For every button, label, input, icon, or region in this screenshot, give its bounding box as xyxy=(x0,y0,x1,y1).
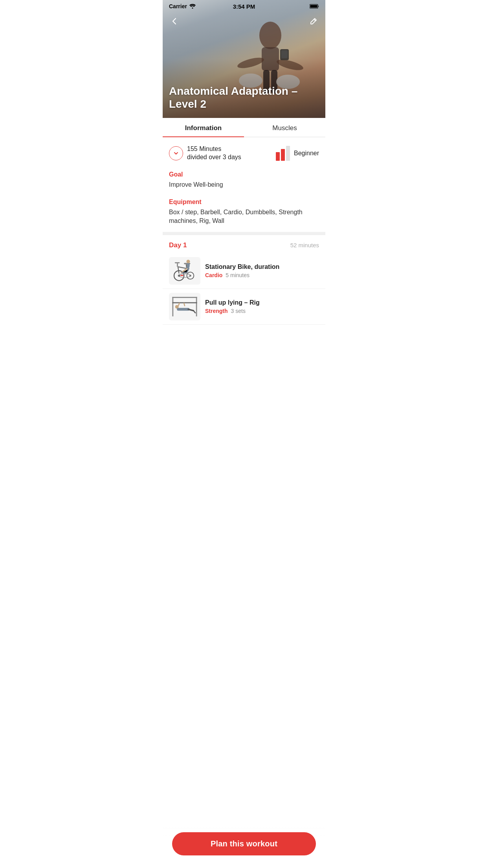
back-button[interactable] xyxy=(167,14,182,28)
level-bar-3 xyxy=(286,146,290,161)
stationary-bike-icon xyxy=(171,259,199,283)
carrier-label: Carrier xyxy=(169,3,187,9)
level-bars xyxy=(276,146,290,161)
status-time: 3:54 PM xyxy=(233,3,255,10)
level-label: Beginner xyxy=(294,150,319,157)
status-right xyxy=(310,4,319,9)
svg-rect-15 xyxy=(175,262,180,263)
exercise-duration-bike: 5 minutes xyxy=(226,272,250,278)
chevron-down-icon[interactable] xyxy=(169,146,183,160)
stats-row: 155 Minutes divided over 3 days Beginner xyxy=(163,137,325,168)
exercise-item-bike[interactable]: Stationary Bike, duration Cardio 5 minut… xyxy=(163,253,325,289)
svg-line-17 xyxy=(178,267,187,268)
equipment-value: Box / step, Barbell, Cardio, Dumbbells, … xyxy=(169,208,319,226)
exercise-item-pullup[interactable]: Pull up lying – Rig Strength 3 sets xyxy=(163,289,325,325)
svg-rect-27 xyxy=(172,297,174,316)
svg-rect-28 xyxy=(172,297,197,298)
exercise-category-bike: Cardio xyxy=(205,272,222,278)
duration-section: 155 Minutes divided over 3 days xyxy=(169,145,271,162)
svg-line-36 xyxy=(194,311,196,313)
goal-label: Goal xyxy=(169,171,319,178)
exercise-duration-pullup: 3 sets xyxy=(231,308,246,314)
svg-rect-16 xyxy=(177,263,178,267)
level-bar-2 xyxy=(281,149,285,161)
svg-line-31 xyxy=(178,303,180,305)
duration-text: 155 Minutes divided over 3 days xyxy=(187,145,241,162)
wifi-icon xyxy=(189,4,196,9)
hero-title: Anatomical Adaptation – Level 2 xyxy=(169,85,319,111)
svg-line-32 xyxy=(184,303,185,305)
day1-duration: 52 minutes xyxy=(290,242,319,248)
day1-title: Day 1 xyxy=(169,241,187,249)
equipment-section: Equipment Box / step, Barbell, Cardio, D… xyxy=(163,195,325,232)
svg-rect-25 xyxy=(180,275,183,276)
tabs-container: Information Muscles xyxy=(163,118,325,137)
pullup-rig-icon xyxy=(171,295,199,318)
tab-muscles[interactable]: Muscles xyxy=(244,118,325,137)
svg-line-35 xyxy=(188,309,194,311)
exercise-name-bike: Stationary Bike, duration xyxy=(205,263,319,270)
exercise-info-pullup: Pull up lying – Rig Strength 3 sets xyxy=(205,299,319,314)
svg-rect-29 xyxy=(196,297,197,316)
svg-rect-2 xyxy=(310,5,317,8)
exercise-thumb-pullup xyxy=(169,293,200,320)
level-section: Beginner xyxy=(276,146,319,161)
tab-information[interactable]: Information xyxy=(163,118,244,137)
equipment-label: Equipment xyxy=(169,199,319,206)
exercise-meta-pullup: Strength 3 sets xyxy=(205,308,319,314)
level-bar-1 xyxy=(276,152,280,161)
status-left: Carrier xyxy=(169,3,196,9)
svg-rect-30 xyxy=(172,302,197,303)
exercise-info-bike: Stationary Bike, duration Cardio 5 minut… xyxy=(205,263,319,278)
exercise-name-pullup: Pull up lying – Rig xyxy=(205,299,319,306)
svg-point-26 xyxy=(187,259,190,263)
exercise-category-pullup: Strength xyxy=(205,308,228,314)
svg-point-0 xyxy=(192,7,193,9)
goal-value: Improve Well-being xyxy=(169,180,319,189)
exercise-thumb-bike xyxy=(169,257,200,285)
battery-icon xyxy=(310,4,319,9)
section-divider xyxy=(163,232,325,235)
day1-header: Day 1 52 minutes xyxy=(163,235,325,253)
svg-line-19 xyxy=(178,267,179,273)
status-bar: Carrier 3:54 PM xyxy=(163,0,325,11)
edit-button[interactable] xyxy=(306,14,321,28)
exercise-meta-bike: Cardio 5 minutes xyxy=(205,272,319,278)
hero-section: Anatomical Adaptation – Level 2 xyxy=(163,0,325,118)
goal-section: Goal Improve Well-being xyxy=(163,168,325,195)
